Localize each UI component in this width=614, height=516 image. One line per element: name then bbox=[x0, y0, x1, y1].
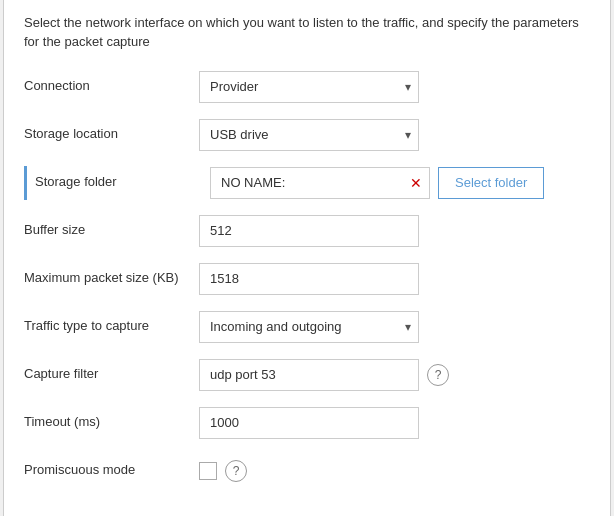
promiscuous-mode-checkbox-wrapper: ? bbox=[199, 460, 247, 482]
storage-location-label: Storage location bbox=[24, 125, 199, 143]
max-packet-size-row: Maximum packet size (KB) bbox=[24, 262, 590, 296]
capture-filter-input[interactable] bbox=[199, 359, 419, 391]
traffic-type-select[interactable]: Incoming and outgoing Incoming only Outg… bbox=[199, 311, 419, 343]
connection-select-wrapper: Provider Ethernet Wi-Fi ▾ bbox=[199, 71, 419, 103]
promiscuous-mode-row: Promiscuous mode ? bbox=[24, 454, 590, 488]
connection-label: Connection bbox=[24, 77, 199, 95]
main-container: Select the network interface on which yo… bbox=[3, 0, 611, 516]
storage-location-row: Storage location USB drive Local disk Ne… bbox=[24, 118, 590, 152]
storage-location-select-wrapper: USB drive Local disk Network ▾ bbox=[199, 119, 419, 151]
storage-location-field-area: USB drive Local disk Network ▾ bbox=[199, 119, 590, 151]
traffic-type-select-wrapper: Incoming and outgoing Incoming only Outg… bbox=[199, 311, 419, 343]
promiscuous-mode-label: Promiscuous mode bbox=[24, 461, 199, 479]
storage-folder-field-area: ✕ Select folder bbox=[210, 167, 590, 199]
timeout-row: Timeout (ms) bbox=[24, 406, 590, 440]
storage-folder-row: Storage folder ✕ Select folder bbox=[24, 166, 590, 200]
select-folder-button[interactable]: Select folder bbox=[438, 167, 544, 199]
traffic-type-row: Traffic type to capture Incoming and out… bbox=[24, 310, 590, 344]
traffic-type-field-area: Incoming and outgoing Incoming only Outg… bbox=[199, 311, 590, 343]
buffer-size-field-area bbox=[199, 215, 590, 247]
storage-folder-label: Storage folder bbox=[35, 173, 210, 191]
timeout-label: Timeout (ms) bbox=[24, 413, 199, 431]
capture-filter-label: Capture filter bbox=[24, 365, 199, 383]
buffer-size-label: Buffer size bbox=[24, 221, 199, 239]
capture-filter-help-icon[interactable]: ? bbox=[427, 364, 449, 386]
storage-folder-input[interactable] bbox=[210, 167, 430, 199]
buffer-size-row: Buffer size bbox=[24, 214, 590, 248]
connection-field-area: Provider Ethernet Wi-Fi ▾ bbox=[199, 71, 590, 103]
timeout-input[interactable] bbox=[199, 407, 419, 439]
promiscuous-mode-field-area: ? bbox=[199, 460, 590, 482]
max-packet-size-field-area bbox=[199, 263, 590, 295]
storage-location-select[interactable]: USB drive Local disk Network bbox=[199, 119, 419, 151]
clear-icon[interactable]: ✕ bbox=[410, 176, 422, 190]
traffic-type-label: Traffic type to capture bbox=[24, 317, 199, 335]
timeout-field-area bbox=[199, 407, 590, 439]
max-packet-size-input[interactable] bbox=[199, 263, 419, 295]
buffer-size-input[interactable] bbox=[199, 215, 419, 247]
storage-folder-input-wrapper: ✕ bbox=[210, 167, 430, 199]
max-packet-size-label: Maximum packet size (KB) bbox=[24, 269, 199, 287]
capture-filter-row: Capture filter ? bbox=[24, 358, 590, 392]
promiscuous-mode-checkbox[interactable] bbox=[199, 462, 217, 480]
connection-row: Connection Provider Ethernet Wi-Fi ▾ bbox=[24, 70, 590, 104]
capture-filter-field-area: ? bbox=[199, 359, 590, 391]
connection-select[interactable]: Provider Ethernet Wi-Fi bbox=[199, 71, 419, 103]
promiscuous-mode-help-icon[interactable]: ? bbox=[225, 460, 247, 482]
description-text: Select the network interface on which yo… bbox=[24, 13, 590, 52]
